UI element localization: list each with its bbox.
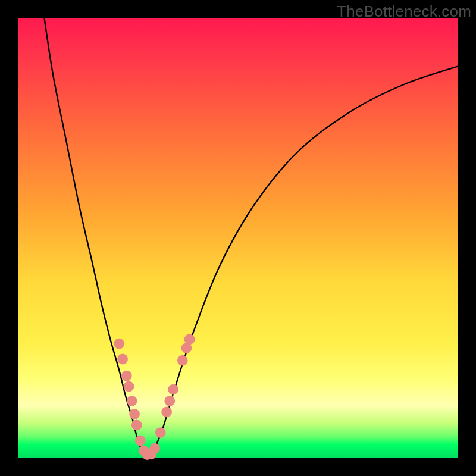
- chart-marker: [139, 446, 149, 456]
- chart-marker: [131, 420, 142, 431]
- chart-marker: [121, 371, 132, 381]
- chart-marker: [164, 396, 175, 406]
- chart-svg: [18, 18, 458, 458]
- chart-marker: [181, 343, 192, 353]
- chart-marker: [177, 355, 188, 366]
- bottleneck-curve: [44, 18, 458, 456]
- chart-marker: [184, 334, 195, 345]
- chart-marker: [149, 443, 160, 454]
- chart-plot-area: [18, 18, 458, 458]
- chart-marker: [146, 449, 156, 459]
- chart-frame: TheBottleneck.com: [0, 0, 476, 476]
- chart-marker: [114, 339, 124, 349]
- chart-marker: [124, 381, 134, 392]
- chart-marker: [142, 449, 153, 460]
- chart-marker: [135, 436, 146, 446]
- chart-marker: [161, 406, 172, 417]
- chart-marker: [155, 427, 166, 438]
- chart-marker: [129, 409, 140, 419]
- chart-marker: [168, 384, 178, 395]
- chart-marker: [117, 354, 128, 365]
- chart-markers: [114, 334, 195, 460]
- chart-marker: [127, 396, 137, 406]
